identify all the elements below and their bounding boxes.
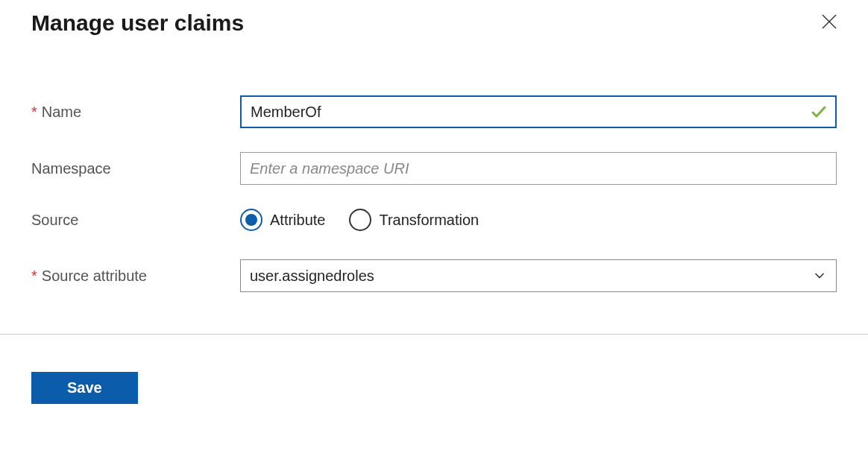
name-label: * Name xyxy=(31,104,240,121)
required-asterisk: * xyxy=(31,104,37,121)
panel-title: Manage user claims xyxy=(31,10,244,36)
namespace-label: Namespace xyxy=(31,160,240,177)
radio-attribute[interactable]: Attribute xyxy=(240,209,325,231)
radio-transformation-label: Transformation xyxy=(379,212,479,229)
close-button[interactable] xyxy=(819,11,840,32)
required-asterisk: * xyxy=(31,268,37,285)
source-attribute-label-text: Source attribute xyxy=(42,268,147,285)
source-label: Source xyxy=(31,212,240,229)
radio-attribute-label: Attribute xyxy=(270,212,325,229)
namespace-label-text: Namespace xyxy=(31,160,111,177)
namespace-input[interactable] xyxy=(240,152,837,185)
source-label-text: Source xyxy=(31,212,78,229)
source-attribute-label: * Source attribute xyxy=(31,268,240,285)
radio-transformation[interactable]: Transformation xyxy=(349,209,479,231)
radio-circle-selected xyxy=(240,209,262,231)
source-radio-group: Attribute Transformation xyxy=(240,209,479,231)
radio-circle xyxy=(349,209,371,231)
close-icon xyxy=(820,13,838,31)
name-label-text: Name xyxy=(42,104,81,121)
source-attribute-value: user.assignedroles xyxy=(250,268,374,285)
save-button[interactable]: Save xyxy=(31,372,138,404)
radio-dot xyxy=(245,214,257,226)
chevron-down-icon xyxy=(812,268,827,283)
name-input[interactable] xyxy=(240,95,837,128)
source-attribute-select[interactable]: user.assignedroles xyxy=(240,259,837,292)
